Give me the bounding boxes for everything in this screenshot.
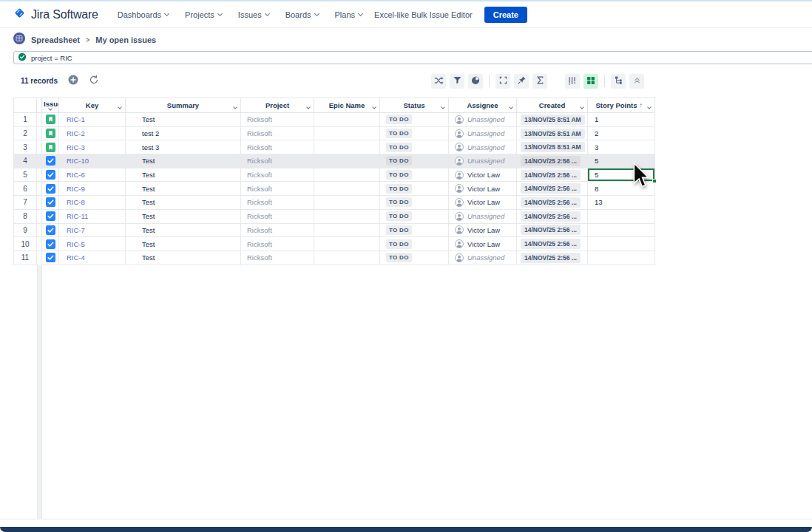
row-number[interactable]: 2 bbox=[13, 127, 37, 141]
key-cell[interactable]: RIC-10 bbox=[59, 154, 126, 168]
issue-type-cell[interactable] bbox=[42, 196, 59, 210]
pin-button[interactable] bbox=[514, 74, 529, 89]
project-cell[interactable]: Ricksoft bbox=[241, 113, 314, 127]
summary-cell[interactable]: Test bbox=[126, 210, 241, 224]
project-cell[interactable]: Ricksoft bbox=[241, 182, 314, 196]
app-link-bulk-editor[interactable]: Excel-like Bulk Issue Editor bbox=[374, 10, 473, 19]
project-cell[interactable]: Ricksoft bbox=[241, 237, 314, 251]
issue-key-link[interactable]: RIC-3 bbox=[59, 143, 85, 151]
assignee-cell[interactable]: Unassigned bbox=[449, 210, 517, 224]
assignee-cell[interactable]: Victor Law bbox=[449, 182, 517, 196]
column-header-summary[interactable]: Summary bbox=[126, 98, 241, 113]
key-cell[interactable]: RIC-7 bbox=[59, 224, 126, 238]
epic-name-cell[interactable] bbox=[314, 251, 380, 265]
issue-type-cell[interactable] bbox=[42, 237, 59, 251]
status-cell[interactable]: TO DO bbox=[380, 251, 449, 265]
summary-cell[interactable]: Test bbox=[126, 196, 241, 210]
story-points-cell[interactable] bbox=[588, 251, 655, 265]
created-cell[interactable]: 14/NOV/25 2:56 ... bbox=[517, 251, 588, 265]
summary-cell[interactable]: Test bbox=[126, 224, 241, 238]
epic-name-cell[interactable] bbox=[314, 127, 380, 141]
column-header-project[interactable]: Project bbox=[241, 98, 314, 113]
key-cell[interactable]: RIC-3 bbox=[59, 140, 126, 154]
issue-type-cell[interactable] bbox=[42, 251, 59, 265]
breadcrumb-page-link[interactable]: My open issues bbox=[95, 35, 156, 44]
status-cell[interactable]: TO DO bbox=[380, 113, 449, 127]
column-menu-chevron-icon[interactable] bbox=[647, 105, 652, 109]
row-number[interactable]: 7 bbox=[13, 196, 37, 210]
summary-cell[interactable]: test 2 bbox=[126, 127, 241, 141]
issue-key-link[interactable]: RIC-9 bbox=[59, 185, 85, 193]
issue-key-link[interactable]: RIC-8 bbox=[59, 198, 85, 206]
issue-type-cell[interactable] bbox=[42, 140, 59, 154]
project-cell[interactable]: Ricksoft bbox=[241, 154, 314, 168]
column-menu-chevron-icon[interactable] bbox=[509, 105, 513, 109]
key-cell[interactable]: RIC-11 bbox=[59, 210, 126, 224]
assignee-cell[interactable]: Unassigned bbox=[449, 140, 517, 154]
issue-type-cell[interactable] bbox=[42, 224, 59, 238]
nav-item-projects[interactable]: Projects bbox=[185, 10, 222, 19]
status-cell[interactable]: TO DO bbox=[380, 210, 449, 224]
story-points-cell[interactable]: 3 bbox=[588, 140, 655, 154]
row-number[interactable]: 9 bbox=[13, 224, 37, 238]
assignee-cell[interactable]: Victor Law bbox=[449, 196, 517, 210]
status-cell[interactable]: TO DO bbox=[380, 127, 449, 141]
story-points-cell[interactable]: 5 bbox=[588, 168, 655, 183]
row-number[interactable]: 5 bbox=[13, 168, 37, 183]
assignee-cell[interactable]: Victor Law bbox=[449, 168, 517, 183]
assignee-cell[interactable]: Unassigned bbox=[449, 251, 517, 265]
epic-name-cell[interactable] bbox=[314, 140, 380, 154]
issue-key-link[interactable]: RIC-10 bbox=[59, 157, 89, 165]
project-cell[interactable]: Ricksoft bbox=[241, 251, 314, 265]
epic-name-cell[interactable] bbox=[314, 224, 380, 238]
column-header-key[interactable]: Key bbox=[59, 98, 126, 113]
column-menu-chevron-icon[interactable] bbox=[306, 105, 311, 109]
issue-type-cell[interactable] bbox=[42, 210, 59, 224]
key-cell[interactable]: RIC-8 bbox=[59, 196, 126, 210]
created-cell[interactable]: 13/NOV/25 8:51 AM bbox=[517, 127, 588, 141]
created-cell[interactable]: 14/NOV/25 2:56 ... bbox=[517, 224, 588, 238]
issue-key-link[interactable]: RIC-2 bbox=[59, 129, 85, 137]
created-cell[interactable]: 13/NOV/25 8:51 AM bbox=[517, 140, 588, 154]
select-cells-button[interactable] bbox=[495, 74, 510, 89]
collapse-button[interactable] bbox=[629, 74, 644, 89]
column-menu-chevron-icon[interactable] bbox=[233, 105, 237, 109]
status-cell[interactable]: TO DO bbox=[380, 182, 449, 196]
jql-query-input[interactable]: project = RIC bbox=[13, 51, 812, 64]
epic-name-cell[interactable] bbox=[314, 168, 380, 183]
row-number[interactable]: 4 bbox=[13, 154, 37, 168]
project-cell[interactable]: Ricksoft bbox=[241, 168, 314, 183]
story-points-cell[interactable]: 2 bbox=[588, 127, 655, 141]
key-cell[interactable]: RIC-6 bbox=[59, 168, 126, 183]
status-cell[interactable]: TO DO bbox=[380, 140, 449, 154]
key-cell[interactable]: RIC-2 bbox=[59, 127, 126, 141]
nav-item-boards[interactable]: Boards bbox=[285, 10, 319, 19]
project-cell[interactable]: Ricksoft bbox=[241, 224, 314, 238]
summary-cell[interactable]: Test bbox=[126, 168, 241, 183]
status-cell[interactable]: TO DO bbox=[380, 168, 449, 183]
created-cell[interactable]: 13/NOV/25 8:51 AM bbox=[517, 113, 588, 127]
issue-type-cell[interactable] bbox=[42, 113, 59, 127]
summary-cell[interactable]: Test bbox=[126, 113, 241, 127]
shuffle-button[interactable] bbox=[431, 74, 446, 89]
project-cell[interactable]: Ricksoft bbox=[241, 196, 314, 210]
key-cell[interactable]: RIC-1 bbox=[59, 113, 126, 127]
column-header-assignee[interactable]: Assignee bbox=[449, 98, 517, 113]
row-number[interactable]: 10 bbox=[13, 237, 37, 251]
created-cell[interactable]: 14/NOV/25 2:56 ... bbox=[517, 168, 588, 183]
hierarchy-button[interactable] bbox=[611, 74, 626, 89]
assignee-cell[interactable]: Unassigned bbox=[449, 154, 517, 168]
nav-item-dashboards[interactable]: Dashboards bbox=[118, 10, 169, 19]
create-button[interactable]: Create bbox=[484, 7, 527, 23]
filter-button[interactable] bbox=[450, 74, 464, 89]
sum-button[interactable] bbox=[532, 74, 547, 89]
column-menu-chevron-icon[interactable] bbox=[372, 105, 376, 109]
epic-name-cell[interactable] bbox=[314, 154, 380, 168]
column-menu-chevron-icon[interactable] bbox=[580, 105, 584, 109]
column-header-issue-type[interactable]: Issue Type bbox=[42, 98, 59, 113]
project-cell[interactable]: Ricksoft bbox=[241, 210, 314, 224]
summary-cell[interactable]: Test bbox=[126, 237, 241, 251]
issue-type-cell[interactable] bbox=[42, 182, 59, 196]
story-points-cell[interactable] bbox=[588, 210, 655, 224]
story-points-cell[interactable]: 5 bbox=[588, 154, 655, 168]
